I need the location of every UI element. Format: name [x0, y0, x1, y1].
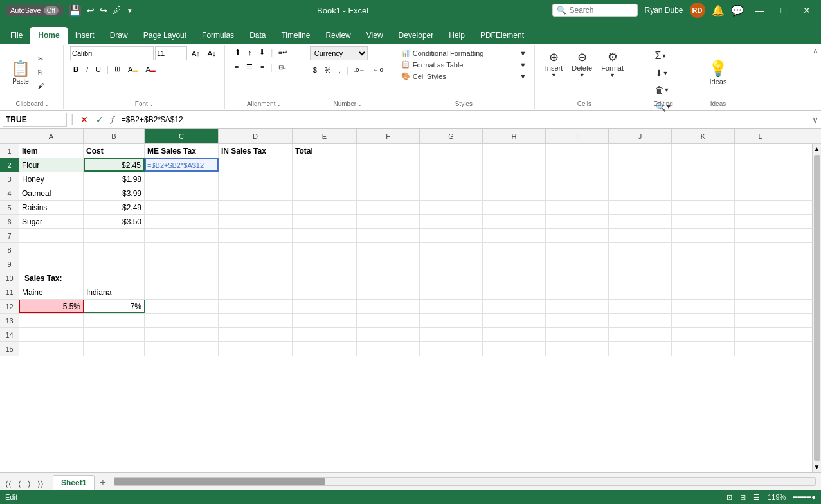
cell-E9[interactable]: [293, 257, 357, 271]
cell-B6[interactable]: $3.50: [84, 215, 145, 228]
cell-J10[interactable]: [609, 271, 672, 285]
cell-D2[interactable]: [219, 158, 293, 172]
conditional-formatting-button[interactable]: 📊 Conditional Formatting ▼: [399, 48, 529, 59]
col-header-C[interactable]: C: [145, 129, 219, 143]
tab-pdfelement[interactable]: PDFElement: [473, 27, 532, 44]
cell-D1[interactable]: IN Sales Tax: [219, 144, 293, 158]
sheet-tab-sheet1[interactable]: Sheet1: [53, 475, 95, 490]
cell-C6[interactable]: [145, 215, 219, 228]
format-button[interactable]: ⚙ Format ▼: [597, 48, 627, 81]
cell-G10[interactable]: [420, 271, 483, 285]
cell-C8[interactable]: [145, 243, 219, 256]
cell-E1[interactable]: Total: [293, 144, 357, 158]
cell-B10[interactable]: [84, 271, 145, 285]
cell-I3[interactable]: [546, 172, 609, 186]
cell-L3[interactable]: [735, 172, 786, 186]
col-header-F[interactable]: F: [357, 129, 420, 143]
bold-button[interactable]: B: [70, 64, 82, 75]
cell-L10[interactable]: [735, 271, 786, 285]
font-size-select[interactable]: [155, 46, 187, 60]
cell-H12[interactable]: [483, 300, 546, 313]
tab-review[interactable]: Review: [318, 27, 358, 44]
cell-G14[interactable]: [420, 328, 483, 341]
tab-data[interactable]: Data: [242, 27, 273, 44]
cell-B2[interactable]: $2.45: [84, 158, 145, 172]
cell-E14[interactable]: [293, 328, 357, 341]
cell-D4[interactable]: [219, 186, 293, 200]
cut-button[interactable]: ✂: [35, 53, 58, 64]
cell-A7[interactable]: [19, 229, 84, 242]
cell-I13[interactable]: [546, 314, 609, 327]
cell-H3[interactable]: [483, 172, 546, 186]
format-painter-button[interactable]: 🖌: [35, 80, 58, 91]
cell-J5[interactable]: [609, 201, 672, 214]
cell-B1[interactable]: Cost: [84, 144, 145, 158]
autosum-button[interactable]: Σ ▼: [651, 48, 671, 64]
cell-I4[interactable]: [546, 186, 609, 200]
row-num-3[interactable]: 3: [0, 172, 19, 186]
font-decrease-btn[interactable]: A↓: [204, 48, 219, 59]
maximize-btn[interactable]: □: [776, 3, 791, 18]
cell-G3[interactable]: [420, 172, 483, 186]
row-num-13[interactable]: 13: [0, 314, 19, 327]
cell-L5[interactable]: [735, 201, 786, 214]
cell-A14[interactable]: [19, 328, 84, 341]
cell-I5[interactable]: [546, 201, 609, 214]
cell-H14[interactable]: [483, 328, 546, 341]
cell-F12[interactable]: [357, 300, 420, 313]
cell-D6[interactable]: [219, 215, 293, 228]
cell-D8[interactable]: [219, 243, 293, 256]
view-normal-btn[interactable]: ⊡: [726, 493, 732, 501]
minimize-btn[interactable]: —: [750, 3, 770, 18]
cell-K1[interactable]: [672, 144, 735, 158]
autosave-state[interactable]: Off: [44, 6, 59, 15]
align-center-button[interactable]: ☰: [243, 61, 256, 73]
underline-button[interactable]: U: [93, 64, 104, 75]
cell-F4[interactable]: [357, 186, 420, 200]
cell-H6[interactable]: [483, 215, 546, 228]
add-sheet-btn[interactable]: +: [96, 476, 109, 490]
increase-decimal-button[interactable]: .0→: [351, 65, 368, 75]
cell-K4[interactable]: [672, 186, 735, 200]
col-header-E[interactable]: E: [293, 129, 357, 143]
cancel-formula-btn[interactable]: ✕: [78, 113, 91, 126]
cell-E11[interactable]: [293, 285, 357, 299]
view-layout-btn[interactable]: ⊞: [740, 493, 746, 501]
col-header-K[interactable]: K: [672, 129, 735, 143]
cell-I12[interactable]: [546, 300, 609, 313]
cell-K10[interactable]: [672, 271, 735, 285]
cell-G2[interactable]: [420, 158, 483, 172]
cell-A5[interactable]: Raisins: [19, 201, 84, 214]
cell-K5[interactable]: [672, 201, 735, 214]
ideas-button[interactable]: 💡 Ideas: [699, 57, 737, 88]
zoom-slider[interactable]: ━━━━●: [793, 493, 816, 501]
cell-J11[interactable]: [609, 285, 672, 299]
cell-H8[interactable]: [483, 243, 546, 256]
cell-J1[interactable]: [609, 144, 672, 158]
format-as-table-button[interactable]: 📋 Format as Table ▼: [399, 59, 529, 70]
cell-L14[interactable]: [735, 328, 786, 341]
cell-G1[interactable]: [420, 144, 483, 158]
row-num-11[interactable]: 11: [0, 285, 19, 299]
cell-A11[interactable]: Maine: [19, 285, 84, 299]
cell-C9[interactable]: [145, 257, 219, 271]
align-left-button[interactable]: ≡: [231, 62, 242, 73]
cell-I8[interactable]: [546, 243, 609, 256]
cell-L6[interactable]: [735, 215, 786, 228]
copy-button[interactable]: ⎘: [35, 67, 58, 78]
tab-home[interactable]: Home: [30, 27, 67, 44]
tab-help[interactable]: Help: [441, 27, 473, 44]
cell-H10[interactable]: [483, 271, 546, 285]
cell-B15[interactable]: [84, 342, 145, 356]
decrease-decimal-button[interactable]: ←.0: [369, 65, 386, 75]
share-icon[interactable]: 🔔: [712, 4, 725, 17]
search-box[interactable]: 🔍: [552, 4, 638, 17]
cell-J7[interactable]: [609, 229, 672, 242]
cell-A12[interactable]: 5.5%: [19, 300, 84, 313]
col-header-J[interactable]: J: [609, 129, 672, 143]
cell-K8[interactable]: [672, 243, 735, 256]
cell-F9[interactable]: [357, 257, 420, 271]
cell-L7[interactable]: [735, 229, 786, 242]
cell-G5[interactable]: [420, 201, 483, 214]
cell-I6[interactable]: [546, 215, 609, 228]
